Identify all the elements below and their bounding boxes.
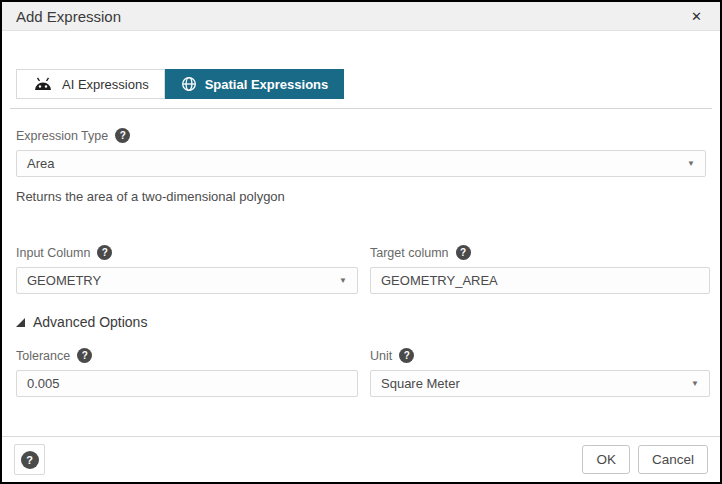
expression-type-field: Expression Type ? Area ▼: [16, 128, 706, 177]
input-column-field: Input Column ? GEOMETRY ▼: [16, 245, 358, 294]
input-column-value: GEOMETRY: [27, 273, 101, 288]
tab-label: AI Expressions: [62, 77, 149, 92]
dialog-footer: ? OK Cancel: [2, 436, 720, 482]
help-icon[interactable]: ?: [97, 245, 112, 260]
tabs-divider: [10, 108, 712, 109]
expression-type-label: Expression Type: [16, 129, 108, 143]
chevron-down-icon: ▼: [691, 379, 699, 388]
expression-tabs: AI Expressions Spatial Expressions: [16, 69, 706, 99]
help-icon[interactable]: ?: [115, 128, 130, 143]
chevron-down-icon: ▼: [687, 159, 695, 168]
footer-actions: OK Cancel: [582, 445, 708, 474]
advanced-options-toggle[interactable]: Advanced Options: [16, 314, 706, 330]
tolerance-field: Tolerance ?: [16, 348, 358, 397]
unit-value: Square Meter: [381, 376, 460, 391]
advanced-options-label: Advanced Options: [33, 314, 147, 330]
globe-icon: [181, 76, 197, 92]
ok-button[interactable]: OK: [582, 445, 630, 474]
tab-label: Spatial Expressions: [205, 77, 329, 92]
help-button[interactable]: ?: [14, 444, 45, 475]
dialog-body: AI Expressions Spatial Expressions Expre…: [2, 31, 720, 436]
help-icon[interactable]: ?: [456, 245, 471, 260]
expression-type-value: Area: [27, 156, 54, 171]
tab-ai-expressions[interactable]: AI Expressions: [16, 69, 165, 99]
cancel-button[interactable]: Cancel: [638, 445, 708, 474]
target-column-label: Target column: [370, 246, 449, 260]
tolerance-input[interactable]: [16, 370, 358, 397]
chevron-down-icon: ▼: [339, 276, 347, 285]
column-fields-row: Input Column ? GEOMETRY ▼ Target column …: [16, 245, 706, 294]
close-icon[interactable]: ✕: [687, 8, 706, 25]
target-column-field: Target column ?: [370, 245, 710, 294]
help-icon: ?: [21, 451, 39, 469]
collapse-triangle-icon: [16, 318, 25, 327]
unit-field: Unit ? Square Meter ▼: [370, 348, 710, 397]
unit-select[interactable]: Square Meter ▼: [370, 370, 710, 397]
input-column-select[interactable]: GEOMETRY ▼: [16, 267, 358, 294]
advanced-fields-row: Tolerance ? Unit ? Square Meter ▼: [16, 348, 706, 397]
dialog-title: Add Expression: [16, 8, 121, 25]
help-icon[interactable]: ?: [77, 348, 92, 363]
tab-spatial-expressions[interactable]: Spatial Expressions: [165, 69, 345, 99]
expression-description: Returns the area of a two-dimensional po…: [16, 189, 706, 204]
target-column-input[interactable]: [370, 267, 710, 294]
input-column-label: Input Column: [16, 246, 90, 260]
help-icon[interactable]: ?: [399, 348, 414, 363]
tolerance-label: Tolerance: [16, 349, 70, 363]
dialog-titlebar: Add Expression ✕: [2, 2, 720, 31]
add-expression-dialog: Add Expression ✕ AI Expressions: [0, 0, 722, 484]
unit-label: Unit: [370, 349, 392, 363]
expression-type-select[interactable]: Area ▼: [16, 150, 706, 177]
ai-robot-icon: [32, 77, 54, 91]
